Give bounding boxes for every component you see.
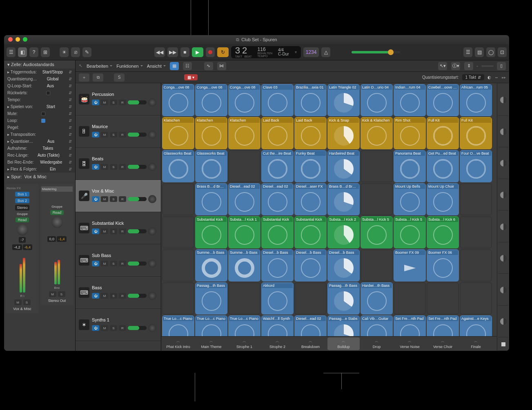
loops-button[interactable]: ◯ [486,47,495,57]
bus-2[interactable]: Bus 2 [15,198,29,203]
loop-cell[interactable]: Substa…l Kick 1 [228,216,260,248]
loop-cell[interactable]: Latin Triangle 02 [327,84,360,116]
mute-button[interactable]: M [101,132,108,137]
rec-button[interactable]: R [119,196,126,202]
loop-cell[interactable]: Conga…ove 08 [195,84,227,116]
inspector-row[interactable]: ▸ Transposition:⇵ [4,131,75,138]
scene-trigger[interactable]: ︿Strophe 1 [228,337,260,350]
rec-button[interactable]: R [119,325,126,331]
spur-header[interactable]: ▸ Spur: Vox & Misc [4,173,75,181]
loop-cell[interactable]: Mount Up Bells [394,183,426,215]
loop-cell[interactable]: Funky Beat [294,150,327,182]
loop-cell[interactable]: Get Pu…ed Beat [427,150,459,182]
empty-cell[interactable] [427,282,459,315]
mute-button[interactable]: M [101,100,108,105]
empty-cell[interactable] [460,216,492,248]
channel-strip-track[interactable]: Remix FX Bus 1 Bus 2 Stereo Gruppe Read … [6,184,39,313]
add-track-button[interactable]: ＋ [79,73,89,82]
scene-trigger[interactable]: ︿Verse Choir [427,337,459,350]
loop-cell[interactable]: Passag…th Bass [327,282,360,315]
mute-button[interactable]: M [101,325,108,331]
power-button[interactable]: ⏻ [92,196,99,202]
empty-cell[interactable] [162,183,194,215]
scene-trigger[interactable]: ︿Main Theme [195,337,227,350]
row-trigger[interactable] [499,180,508,211]
loop-cell[interactable]: Substantial Kick [195,216,227,248]
rec-button[interactable]: R [119,293,126,299]
empty-cell[interactable] [162,216,194,248]
inspector-row[interactable]: ▸ Quantisier…Aus⇵ [4,138,75,145]
inspector-row[interactable]: ▸ Triggermodus:Start/Stopp⇵ [4,69,75,75]
empty-cell[interactable] [162,282,194,315]
mute-button[interactable]: M [101,196,108,202]
loop-cell[interactable]: Substa…l Kick 2 [327,216,360,248]
pan-knob[interactable] [148,324,156,332]
loop-cell[interactable]: Summe…b Bass [195,249,227,281]
rec-button[interactable]: R [119,228,126,234]
record-chip[interactable]: ▦ ▾ [184,74,198,80]
cycle-button[interactable]: ↻ [217,47,229,57]
loop-cell[interactable]: Watchf…ll Synth [261,315,294,336]
empty-cell[interactable] [294,282,327,315]
forward-button[interactable]: ▶▶ [167,47,178,57]
lcd-display[interactable]: 32TAKT BEAT 116BehaltenTEMPO 4/4C-Dur ▾ [231,46,301,58]
close-icon[interactable] [8,37,13,42]
pan-knob[interactable] [148,98,156,106]
track-header[interactable]: ⌨ Bass ⏻ M S R [76,277,161,309]
flex-button[interactable]: ⋈ [217,62,226,70]
inspector-row[interactable]: Quantisierung…Global⇵ [4,75,75,82]
inspector-row[interactable]: ▸ Flex & Folgen:Ein⇵ [4,166,75,173]
toolbar-button[interactable]: ⊞ [41,47,50,57]
sync-button[interactable]: ↔ [494,75,499,80]
loop-cell[interactable]: Substa…l Kick 5 [394,216,426,248]
pan-knob[interactable] [148,163,156,171]
pan-knob[interactable] [148,292,156,300]
loop-cell[interactable]: Panorama Beat [394,150,426,182]
inspector-row[interactable]: Bei Rec-Ende:Wiedergabe⇵ [4,159,75,166]
power-button[interactable]: ⏻ [92,293,99,299]
scene-trigger[interactable]: ︿Strophe 2 [261,337,294,350]
loop-cell[interactable]: True Lo…c Piano [162,315,194,336]
loop-cell[interactable]: Klatschen [162,117,194,149]
solo-button[interactable]: S [110,293,117,299]
loop-cell[interactable]: Passag…e Stabs [327,315,360,336]
bus-1[interactable]: Bus 1 [15,192,29,197]
empty-cell[interactable] [162,249,194,281]
loop-cell[interactable]: Substa…l Kick 6 [427,216,459,248]
loop-cell[interactable]: Cut the…ire Beat [261,150,294,182]
master-volume-slider[interactable] [352,51,401,53]
solo-button[interactable]: S [110,261,117,266]
loop-cell[interactable]: Full Kit [460,117,492,149]
loop-cell[interactable]: Four O…ve Beat [460,150,492,182]
loop-cell[interactable]: Set Fre…nth Pad [394,315,426,336]
volume-slider[interactable] [128,326,147,330]
loop-cell[interactable]: Full Kit [427,117,459,149]
track-header[interactable]: 🎚 Maurice ⏻ M S R [76,115,161,148]
loop-cell[interactable]: Boomer FX 09 [394,249,426,281]
scene-trigger[interactable]: ︿Buildup [327,337,360,350]
divide-button[interactable]: ◐ [487,75,491,80]
loop-cell[interactable]: Akkord [261,282,294,315]
live-loops-grid[interactable]: Conga…ove 08Conga…ove 08Conga…ove 08Clav… [161,83,497,336]
track-header[interactable]: 🎤 Vox & Misc ⏻ M S R [76,180,161,212]
loop-cell[interactable]: Diesel…aser FX [294,183,327,215]
loop-cell[interactable]: Brazilia…axia 01 [294,84,327,116]
loop-cell[interactable]: Hardwi…th Bass [361,282,393,315]
edit-menu[interactable]: Bearbeiten [87,64,112,69]
loop-cell[interactable]: Mount Up Choir [427,183,459,215]
row-trigger[interactable] [499,243,508,274]
power-button[interactable]: ⏻ [92,132,99,137]
solo-button[interactable]: S [110,325,117,331]
pan-knob[interactable] [148,259,156,268]
inspector-row[interactable]: Tempo:⇵ [4,96,75,103]
solo-button[interactable]: S [110,100,117,105]
power-button[interactable]: ⏻ [92,164,99,170]
volume-slider[interactable] [128,133,147,137]
solo-mode-button[interactable]: S [114,73,125,82]
empty-cell[interactable] [361,249,393,281]
text-tool[interactable]: Ⓘ▾ [451,62,460,70]
loop-cell[interactable]: True Lo…c Piano [195,315,227,336]
inspector-row[interactable]: ▸ Spielen von:Start⇵ [4,103,75,110]
scene-trigger[interactable]: ︿Verse Noise [394,337,426,350]
rec-button[interactable]: R [119,100,126,105]
